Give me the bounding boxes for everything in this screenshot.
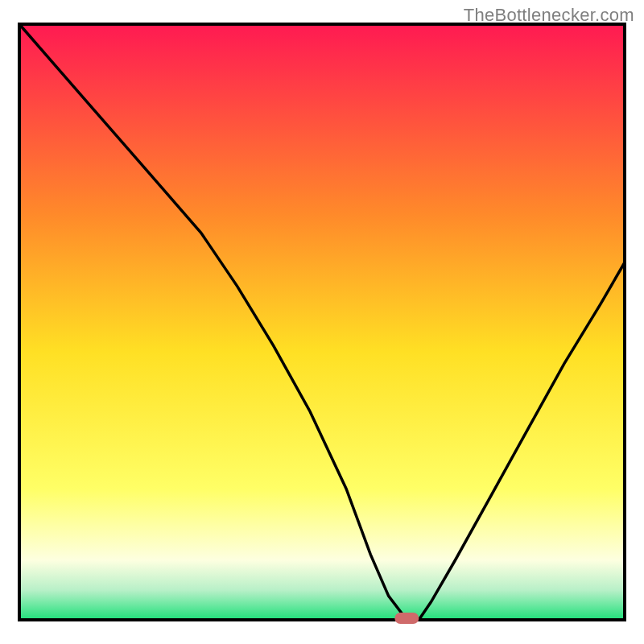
chart-container: TheBottlenecker.com — [0, 0, 644, 644]
optimum-marker — [394, 613, 419, 624]
bottleneck-chart — [0, 0, 644, 644]
gradient-background — [19, 24, 625, 620]
